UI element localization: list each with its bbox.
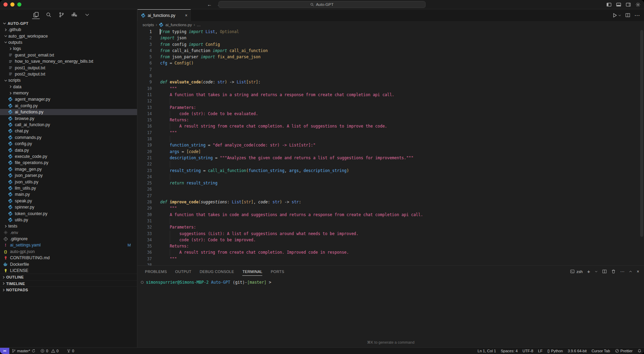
tree-item-llm-utils-py[interactable]: llm_utils.py [0,185,137,191]
terminal-dropdown-icon[interactable] [595,270,598,273]
code-line-23[interactable]: 23 result_string = call_ai_function(func… [137,168,644,174]
code-line-13[interactable]: 13 Parameters: [137,104,644,111]
tree-item-image-gen-py[interactable]: image_gen.py [0,166,137,172]
code-line-12[interactable]: 12 [137,98,644,104]
code-line-16[interactable]: 16 A result string from create chat comp… [137,123,644,129]
close-panel-icon[interactable]: × [637,269,639,274]
code-line-3[interactable]: 3from config import Config [137,41,644,48]
status-python-version[interactable]: 3.9.6 64-bit [565,349,589,353]
terminal-profile-button[interactable]: zsh [570,269,583,274]
terminal-command-decoration[interactable] [141,281,144,284]
tree-item-ai-functions-py[interactable]: ai_functions.py [0,109,137,115]
status-indentation[interactable]: Spaces: 4 [498,349,520,353]
minimize-window-button[interactable] [10,2,14,7]
source-control-icon[interactable] [57,10,66,19]
port-forward-status[interactable]: 0 [61,349,77,353]
tree-item-outputs[interactable]: outputs [0,39,137,45]
tree-item-commands-py[interactable]: commands.py [0,134,137,141]
extensions-icon[interactable] [70,10,78,19]
tree-item-file-operations-py[interactable]: file_operations.py [0,160,137,166]
tree-item-data-py[interactable]: data.py [0,147,137,153]
tree-item-utils-py[interactable]: utils.py [0,217,137,223]
code-line-11[interactable]: 11 A function that takes in a string and… [137,92,644,98]
code-line-8[interactable]: 8 [137,73,644,79]
tree-item-agent-manager-py[interactable]: agent_manager.py [0,96,137,102]
close-tab-icon[interactable]: × [185,13,187,18]
tree-item-chat-py[interactable]: chat.py [0,128,137,134]
new-terminal-icon[interactable]: + [587,269,590,274]
code-editor[interactable]: 1from typing import List, Optional2impor… [137,29,644,265]
panel-more-icon[interactable]: ⋯ [620,269,624,274]
tree-item-token-counter-py[interactable]: token_counter.py [0,210,137,216]
breadcrumb-symbol[interactable]: … [197,23,201,27]
code-line-24[interactable]: 24 [137,174,644,180]
sidebar-section-notepads[interactable]: NOTEPADS [0,286,137,293]
code-line-37[interactable]: 37 """ [137,256,644,262]
code-line-30[interactable]: 30 A function that takes in code and sug… [137,212,644,218]
tree-item-contributing-md[interactable]: CONTRIBUTING.md [0,255,137,261]
code-line-32[interactable]: 32 Parameters: [137,224,644,230]
status-cursor-tab[interactable]: Cursor Tab [589,349,613,353]
tree-item-ai-config-py[interactable]: ai_config.py [0,103,137,109]
code-line-1[interactable]: 1from typing import List, Optional [137,29,644,35]
sync-icon[interactable] [31,349,36,353]
panel-tab-terminal[interactable]: TERMINAL [242,268,262,275]
tree-item-browse-py[interactable]: browse.py [0,115,137,121]
explorer-root-header[interactable]: AUTO-GPT [0,20,137,27]
code-line-2[interactable]: 2import json [137,35,644,41]
layout-panel-icon[interactable] [616,2,621,7]
tree-item-post1-output-txt[interactable]: post1_output.txt [0,64,137,71]
code-line-15[interactable]: 15 Returns: [137,117,644,123]
status-language-mode[interactable]: {}Python [545,349,565,353]
status-encoding[interactable]: UTF-8 [520,349,536,353]
code-line-29[interactable]: 29 """ [137,205,644,211]
tree-item-ai-settings-yaml[interactable]: !ai_settings.yamlM [0,242,137,248]
code-line-5[interactable]: 5from json_parser import fix_and_parse_j… [137,54,644,60]
tree-item-logs[interactable]: logs [0,45,137,52]
tree-item-memory[interactable]: memory [0,90,137,96]
tab-ai-functions[interactable]: ai_functions.py × [137,9,191,21]
layout-sidebar-right-icon[interactable] [625,2,631,7]
kill-terminal-icon[interactable] [611,269,616,274]
code-line-38[interactable]: 38 [137,262,644,265]
tree-item-spinner-py[interactable]: spinner.py [0,204,137,210]
code-line-14[interactable]: 14 code (str): Code to be evaluated. [137,111,644,117]
code-line-26[interactable]: 26 [137,186,644,192]
remote-indicator[interactable]: >< [0,348,9,354]
code-line-25[interactable]: 25 return result_string [137,180,644,186]
code-line-7[interactable]: 7 [137,67,644,73]
code-line-17[interactable]: 17 """ [137,130,644,136]
explorer-icon[interactable] [32,10,40,19]
code-line-18[interactable]: 18 [137,136,644,142]
tree-item-scripts[interactable]: scripts [0,77,137,83]
settings-gear-icon[interactable] [635,2,641,7]
tree-item-speak-py[interactable]: speak.py [0,198,137,204]
code-line-31[interactable]: 31 [137,218,644,224]
panel-tab-problems[interactable]: PROBLEMS [145,268,167,275]
sidebar-section-outline[interactable]: OUTLINE [0,274,137,280]
tree-item-auto-gpt-json[interactable]: {}auto-gpt.json [0,249,137,255]
code-line-10[interactable]: 10 """ [137,85,644,92]
tree-item-config-py[interactable]: config.py [0,141,137,147]
breadcrumb-file[interactable]: ai_functions.py [165,23,192,27]
zoom-window-button[interactable] [17,2,21,7]
tree-item-license[interactable]: LICENSE [0,267,137,274]
code-line-9[interactable]: 9def evaluate_code(code: str) -> List[st… [137,79,644,85]
code-line-27[interactable]: 27 [137,193,644,199]
sidebar-section-timeline[interactable]: TIMELINE [0,280,137,287]
panel-tab-debug-console[interactable]: DEBUG CONSOLE [200,268,234,275]
terminal[interactable]: simonspurrier@Simons-MBP-2 Auto-GPT (git… [137,277,644,347]
split-terminal-icon[interactable] [602,269,607,274]
code-line-33[interactable]: 33 suggestions (List): A list of suggest… [137,231,644,237]
tree-item-json-parser-py[interactable]: json_parser.py [0,172,137,179]
layout-sidebar-left-icon[interactable] [606,2,612,7]
tree-item-dockerfile[interactable]: Dockerfile [0,261,137,267]
code-line-34[interactable]: 34 code (str): Code to be improved. [137,237,644,243]
status-notifications[interactable] [635,349,644,353]
more-actions-icon[interactable]: ⋯ [634,12,640,19]
code-line-21[interactable]: 21 description_string = """Analyzes the … [137,155,644,161]
panel-tab-ports[interactable]: PORTS [271,268,284,275]
tree-item-main-py[interactable]: main.py [0,191,137,198]
search-icon[interactable] [45,10,53,19]
status-cursor-position[interactable]: Ln 1, Col 1 [475,349,498,353]
